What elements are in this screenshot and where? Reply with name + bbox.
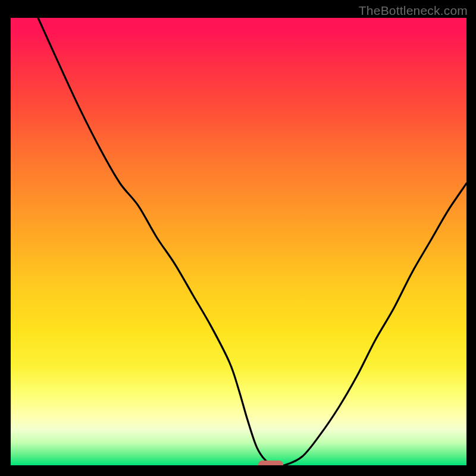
plot-area [11,18,466,465]
watermark-text: TheBottleneck.com [359,4,468,18]
optimum-marker [258,461,283,465]
chart-frame: TheBottleneck.com [0,0,476,476]
bottleneck-curve [11,18,466,465]
